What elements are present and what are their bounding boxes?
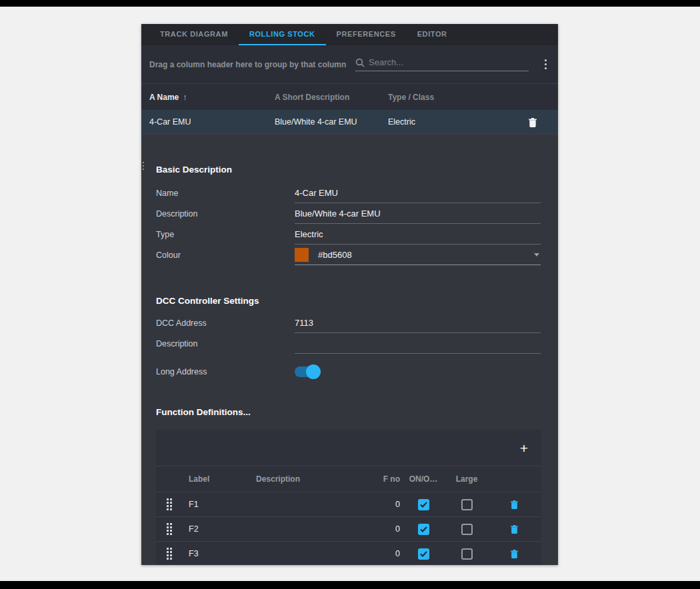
drag-handle-icon[interactable] — [167, 548, 172, 560]
tab-rolling-stock[interactable]: ROLLING STOCK — [239, 24, 326, 45]
tab-track-diagram[interactable]: TRACK DIAGRAM — [149, 24, 239, 45]
search-icon — [355, 58, 365, 67]
name-label: Name — [156, 189, 295, 198]
function-column-description[interactable]: Description — [256, 474, 360, 484]
dcc-settings-title: DCC Controller Settings — [156, 296, 543, 306]
drag-handle-icon[interactable] — [167, 498, 172, 510]
description-field[interactable]: Blue/White 4-car EMU — [295, 203, 541, 224]
colour-hex-value: #bd5608 — [318, 250, 352, 260]
dcc-address-label: DCC Address — [156, 318, 295, 328]
column-header-type-class[interactable]: Type / Class — [388, 93, 507, 102]
long-address-row: Long Address — [156, 359, 541, 384]
dcc-description-label: Description — [156, 339, 295, 348]
function-fno-cell[interactable]: 0 — [360, 524, 400, 534]
basic-description-title: Basic Description — [156, 165, 543, 175]
stock-detail-form: Basic Description Name 4-Car EMU Descrip… — [141, 165, 558, 565]
dcc-description-field-row: Description — [156, 333, 541, 354]
stock-grid: Drag a column header here to group by th… — [141, 45, 558, 135]
check-icon — [420, 502, 427, 508]
delete-function-icon[interactable] — [510, 499, 519, 510]
stock-row-type-class: Electric — [388, 117, 507, 127]
panel-resize-grip[interactable] — [141, 159, 145, 173]
tab-editor[interactable]: EDITOR — [407, 24, 458, 45]
column-header-name[interactable]: A Name ↑ — [141, 92, 275, 102]
function-table: + Label Description F no ON/O… Large F1 … — [156, 430, 541, 565]
function-column-fno[interactable]: F no — [360, 474, 400, 484]
grid-header-row: A Name ↑ A Short Description Type / Clas… — [141, 83, 558, 110]
colour-field-row: Colour #bd5608 — [156, 245, 541, 265]
tab-preferences[interactable]: PREFERENCES — [326, 24, 407, 45]
check-icon — [420, 526, 427, 532]
function-table-toolbar: + — [156, 430, 541, 466]
overflow-menu-icon[interactable] — [543, 58, 548, 71]
delete-stock-icon[interactable] — [528, 117, 537, 128]
large-checkbox[interactable] — [461, 548, 473, 560]
dcc-address-field-row: DCC Address 7113 — [156, 312, 541, 333]
type-field[interactable]: Electric — [295, 224, 541, 245]
colour-swatch — [295, 248, 309, 262]
chevron-down-icon[interactable] — [534, 253, 539, 257]
function-row-f2[interactable]: F2 0 — [156, 517, 541, 542]
drag-handle-icon[interactable] — [167, 523, 172, 535]
function-definitions-title: Function Definitions... — [156, 407, 543, 417]
description-field-row: Description Blue/White 4-car EMU — [156, 203, 541, 224]
function-row-f3[interactable]: F3 0 — [156, 542, 541, 565]
name-field[interactable]: 4-Car EMU — [295, 183, 541, 203]
dcc-description-field[interactable] — [295, 333, 541, 354]
function-column-onoff[interactable]: ON/O… — [400, 474, 447, 484]
top-black-bar — [0, 0, 700, 7]
delete-function-icon[interactable] — [510, 548, 519, 559]
search-input[interactable] — [369, 57, 529, 67]
delete-function-icon[interactable] — [510, 524, 519, 534]
check-icon — [420, 551, 427, 557]
function-fno-cell[interactable]: 0 — [360, 549, 400, 558]
group-by-hint: Drag a column header here to group by th… — [149, 60, 346, 69]
add-function-button[interactable]: + — [520, 441, 528, 455]
bottom-black-bar — [0, 581, 700, 589]
long-address-label: Long Address — [156, 367, 295, 376]
type-field-row: Type Electric — [156, 224, 541, 245]
function-label-cell[interactable]: F3 — [183, 549, 256, 558]
large-checkbox[interactable] — [461, 499, 473, 510]
name-field-row: Name 4-Car EMU — [156, 183, 541, 203]
function-column-large[interactable]: Large — [447, 474, 487, 484]
function-table-header: Label Description F no ON/O… Large — [156, 466, 541, 492]
stock-row-selected[interactable]: 4-Car EMU Blue/White 4-car EMU Electric — [141, 110, 558, 135]
onoff-checkbox[interactable] — [418, 548, 429, 560]
onoff-checkbox[interactable] — [418, 499, 429, 510]
tab-bar: TRACK DIAGRAM ROLLING STOCK PREFERENCES … — [141, 24, 558, 45]
grid-toolbar: Drag a column header here to group by th… — [141, 45, 558, 83]
function-label-cell[interactable]: F2 — [183, 524, 256, 534]
search-box[interactable] — [355, 57, 529, 71]
function-fno-cell[interactable]: 0 — [360, 500, 400, 509]
colour-select[interactable]: #bd5608 — [295, 245, 541, 265]
large-checkbox[interactable] — [461, 524, 473, 535]
rolling-stock-window: TRACK DIAGRAM ROLLING STOCK PREFERENCES … — [141, 24, 558, 565]
stock-row-short-description: Blue/White 4-car EMU — [275, 117, 388, 127]
function-label-cell[interactable]: F1 — [183, 500, 256, 509]
function-row-f1[interactable]: F1 0 — [156, 492, 541, 517]
function-column-label[interactable]: Label — [183, 474, 256, 484]
type-label: Type — [156, 230, 295, 239]
column-header-name-label: A Name — [149, 93, 179, 102]
long-address-toggle[interactable] — [295, 366, 319, 377]
colour-label: Colour — [156, 251, 295, 260]
onoff-checkbox[interactable] — [418, 524, 429, 535]
sort-asc-icon: ↑ — [183, 92, 187, 102]
stock-row-name: 4-Car EMU — [141, 117, 275, 127]
column-header-short-description[interactable]: A Short Description — [275, 93, 388, 102]
dcc-address-field[interactable]: 7113 — [295, 312, 541, 333]
description-label: Description — [156, 209, 295, 219]
